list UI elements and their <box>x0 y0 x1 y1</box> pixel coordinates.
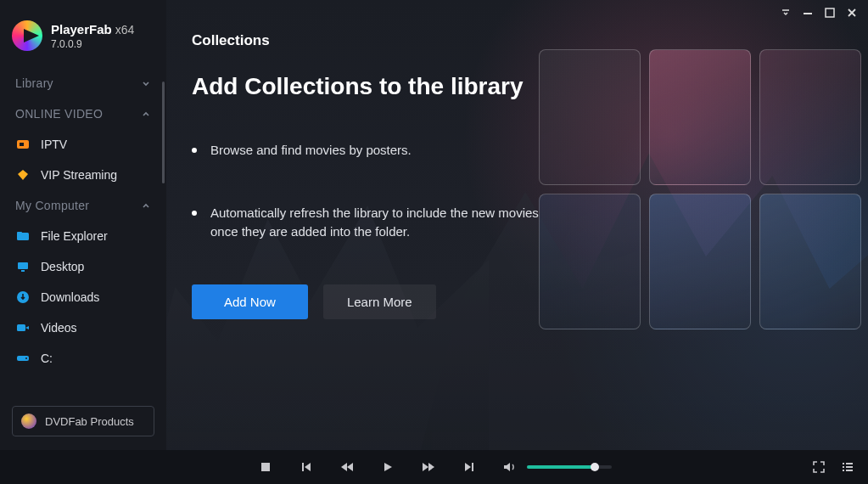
svg-rect-14 <box>472 463 473 471</box>
folder-icon <box>15 228 31 244</box>
svg-rect-13 <box>302 463 304 471</box>
svg-rect-6 <box>18 262 28 269</box>
svg-rect-15 <box>843 463 844 464</box>
sidebar-item-label: Downloads <box>41 290 99 304</box>
svg-rect-18 <box>846 466 853 468</box>
svg-rect-3 <box>20 143 24 146</box>
video-icon <box>15 320 31 335</box>
svg-rect-5 <box>17 232 22 234</box>
page-title: Add Collections to the library <box>192 73 843 100</box>
app-logo-icon <box>12 20 42 51</box>
disk-icon <box>15 351 31 366</box>
menu-dropdown-icon[interactable] <box>780 7 792 19</box>
download-icon <box>15 290 31 305</box>
sidebar-item-label: VIP Streaming <box>41 168 117 182</box>
chevron-up-icon <box>141 109 151 119</box>
play-icon[interactable] <box>379 459 396 476</box>
sidebar-item-label: File Explorer <box>41 229 108 243</box>
dvdfab-products-button[interactable]: DVDFab Products <box>12 406 154 436</box>
diamond-icon <box>15 167 31 183</box>
sidebar-nav: Library ONLINE VIDEO IPTV VIP Streaming … <box>0 61 166 399</box>
desktop-icon <box>15 259 31 274</box>
section-online-video[interactable]: ONLINE VIDEO <box>0 98 166 129</box>
brand-block: PlayerFabx64 7.0.0.9 <box>0 0 166 61</box>
sidebar-item-vip-streaming[interactable]: VIP Streaming <box>0 160 166 190</box>
forward-icon[interactable] <box>420 459 437 476</box>
volume-thumb[interactable] <box>591 463 599 471</box>
volume-icon[interactable] <box>501 459 518 476</box>
svg-rect-0 <box>804 13 812 14</box>
sidebar-item-videos[interactable]: Videos <box>0 312 166 343</box>
svg-rect-7 <box>21 270 25 272</box>
feature-bullet: Browse and find movies by posters. <box>192 141 548 160</box>
svg-rect-20 <box>846 470 853 471</box>
section-my-computer[interactable]: My Computer <box>0 190 166 221</box>
sidebar-item-label: C: <box>41 352 53 365</box>
sidebar-item-file-explorer[interactable]: File Explorer <box>0 221 166 251</box>
minimize-icon[interactable] <box>802 7 814 19</box>
maximize-icon[interactable] <box>824 7 836 19</box>
fullscreen-icon[interactable] <box>810 459 827 476</box>
sidebar-item-desktop[interactable]: Desktop <box>0 251 166 282</box>
sidebar-item-disk-c[interactable]: C: <box>0 343 166 374</box>
section-label: Library <box>15 76 53 90</box>
sidebar: PlayerFabx64 7.0.0.9 Library ONLINE VIDE… <box>0 0 166 450</box>
add-now-button[interactable]: Add Now <box>192 284 308 319</box>
cta-label: DVDFab Products <box>45 415 134 428</box>
app-name: PlayerFab <box>51 22 112 37</box>
svg-rect-17 <box>843 466 844 468</box>
next-icon[interactable] <box>461 459 478 476</box>
close-icon[interactable] <box>846 7 858 19</box>
sidebar-item-label: Videos <box>41 321 77 335</box>
playlist-icon[interactable] <box>839 459 856 476</box>
sidebar-item-iptv[interactable]: IPTV <box>0 129 166 160</box>
svg-rect-16 <box>846 463 853 464</box>
stop-icon[interactable] <box>257 459 274 476</box>
svg-rect-1 <box>826 8 834 17</box>
volume-slider[interactable] <box>527 465 612 469</box>
breadcrumb: Collections <box>192 32 843 49</box>
sidebar-item-label: IPTV <box>41 138 67 151</box>
section-label: My Computer <box>15 199 89 212</box>
sidebar-item-label: Desktop <box>41 260 84 273</box>
volume-fill <box>527 465 595 469</box>
svg-rect-12 <box>261 463 270 471</box>
learn-more-button[interactable]: Learn More <box>323 284 436 319</box>
svg-rect-19 <box>843 470 844 471</box>
svg-point-11 <box>25 357 27 359</box>
previous-icon[interactable] <box>298 459 315 476</box>
app-version: 7.0.0.9 <box>51 38 134 50</box>
chevron-down-icon <box>141 78 151 88</box>
sidebar-item-downloads[interactable]: Downloads <box>0 282 166 312</box>
svg-rect-9 <box>17 324 25 331</box>
rewind-icon[interactable] <box>339 459 356 476</box>
section-label: ONLINE VIDEO <box>15 107 103 121</box>
section-library[interactable]: Library <box>0 68 166 98</box>
tv-icon <box>15 137 31 152</box>
dvdfab-logo-icon <box>21 414 36 429</box>
feature-bullet: Automatically refresh the library to inc… <box>192 204 548 241</box>
main-panel: Collections Add Collections to the libra… <box>166 0 868 450</box>
sidebar-scrollbar[interactable] <box>162 82 165 183</box>
app-arch-suffix: x64 <box>115 23 135 37</box>
chevron-up-icon <box>141 200 151 211</box>
player-bar <box>0 450 868 484</box>
